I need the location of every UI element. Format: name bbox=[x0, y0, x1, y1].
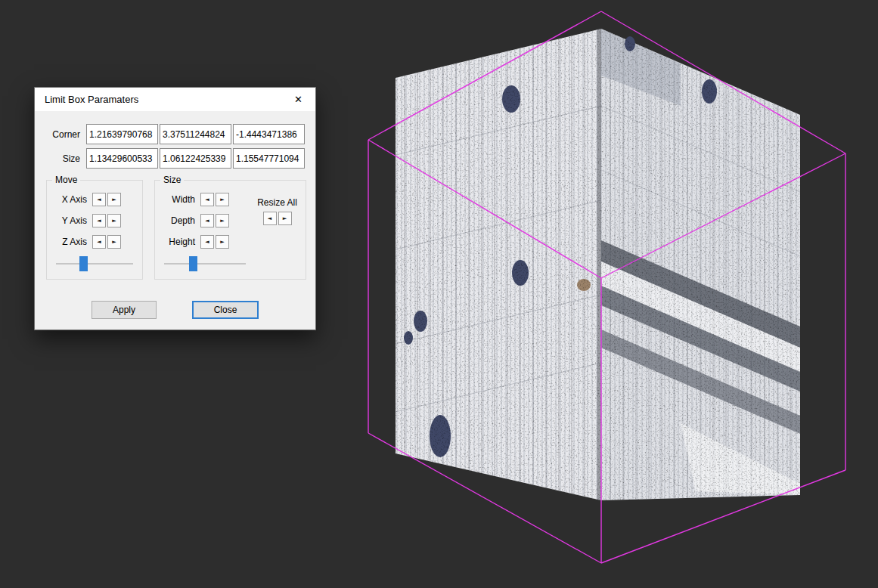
move-slider-thumb[interactable] bbox=[79, 256, 88, 271]
dialog-titlebar[interactable]: Limit Box Paramaters ✕ bbox=[35, 88, 315, 111]
width-decrement-button[interactable]: ◄ bbox=[200, 193, 214, 206]
move-y-row: Y Axis ◄ ► bbox=[47, 214, 142, 227]
height-spinner: ◄ ► bbox=[200, 235, 229, 249]
depth-spinner: ◄ ► bbox=[200, 214, 229, 227]
depth-label: Depth bbox=[155, 215, 200, 226]
move-group: Move X Axis ◄ ► Y Axis ◄ ► Z Axi bbox=[46, 180, 143, 280]
corner-x-input[interactable] bbox=[86, 124, 158, 144]
size-slider-thumb[interactable] bbox=[189, 256, 197, 271]
x-axis-label: X Axis bbox=[47, 194, 92, 205]
size-label: Size bbox=[46, 153, 86, 164]
resize-all-spinner: ◄ ► bbox=[263, 212, 292, 225]
resize-all-section: Resize All ◄ ► bbox=[249, 181, 306, 279]
depth-row: Depth ◄ ► bbox=[155, 214, 249, 227]
size-row: Size bbox=[46, 148, 315, 169]
corner-label: Corner bbox=[46, 129, 86, 140]
move-z-row: Z Axis ◄ ► bbox=[47, 235, 142, 249]
height-row: Height ◄ ► bbox=[155, 235, 249, 249]
resize-all-increment-button[interactable]: ► bbox=[278, 212, 292, 225]
z-axis-spinner: ◄ ► bbox=[92, 235, 121, 249]
apply-button[interactable]: Apply bbox=[92, 301, 157, 319]
size-group-label: Size bbox=[160, 175, 184, 185]
depth-decrement-button[interactable]: ◄ bbox=[200, 214, 214, 227]
dialog-body: Corner Size Move X Axis ◄ ► bbox=[35, 111, 315, 330]
x-axis-spinner: ◄ ► bbox=[92, 193, 121, 206]
close-icon[interactable]: ✕ bbox=[281, 88, 315, 111]
move-slider-track[interactable] bbox=[56, 263, 133, 265]
y-axis-increment-button[interactable]: ► bbox=[107, 214, 121, 227]
height-label: Height bbox=[155, 237, 200, 247]
size-slider[interactable] bbox=[164, 256, 246, 271]
size-z-input[interactable] bbox=[233, 148, 305, 169]
y-axis-decrement-button[interactable]: ◄ bbox=[92, 214, 106, 227]
height-increment-button[interactable]: ► bbox=[216, 235, 229, 249]
close-button[interactable]: Close bbox=[192, 301, 259, 319]
resize-all-label: Resize All bbox=[257, 197, 297, 208]
dialog-title: Limit Box Paramaters bbox=[45, 94, 138, 105]
width-row: Width ◄ ► bbox=[155, 193, 249, 206]
corner-row: Corner bbox=[46, 124, 315, 144]
resize-all-decrement-button[interactable]: ◄ bbox=[263, 212, 277, 225]
size-group-rows: Width ◄ ► Depth ◄ ► Heig bbox=[155, 181, 249, 279]
move-slider[interactable] bbox=[56, 256, 133, 271]
move-group-label: Move bbox=[52, 175, 80, 185]
size-x-input[interactable] bbox=[86, 148, 158, 169]
y-axis-spinner: ◄ ► bbox=[92, 214, 121, 227]
z-axis-label: Z Axis bbox=[47, 237, 92, 247]
depth-increment-button[interactable]: ► bbox=[216, 214, 229, 227]
move-x-row: X Axis ◄ ► bbox=[47, 193, 142, 206]
width-spinner: ◄ ► bbox=[200, 193, 229, 206]
height-decrement-button[interactable]: ◄ bbox=[200, 235, 214, 249]
z-axis-decrement-button[interactable]: ◄ bbox=[92, 235, 106, 249]
x-axis-increment-button[interactable]: ► bbox=[107, 193, 121, 206]
x-axis-decrement-button[interactable]: ◄ bbox=[92, 193, 106, 206]
dialog-buttons: Apply Close bbox=[35, 301, 315, 319]
size-y-input[interactable] bbox=[160, 148, 231, 169]
corner-z-input[interactable] bbox=[233, 124, 305, 144]
limit-box-dialog: Limit Box Paramaters ✕ Corner Size Move … bbox=[34, 87, 316, 330]
width-increment-button[interactable]: ► bbox=[216, 193, 229, 206]
corner-y-input[interactable] bbox=[160, 124, 231, 144]
size-group: Size Width ◄ ► Depth ◄ ► bbox=[154, 180, 306, 280]
group-boxes: Move X Axis ◄ ► Y Axis ◄ ► Z Axi bbox=[46, 180, 315, 280]
size-slider-track[interactable] bbox=[164, 263, 246, 265]
width-label: Width bbox=[155, 194, 200, 205]
y-axis-label: Y Axis bbox=[47, 215, 92, 226]
point-cloud-walls bbox=[396, 29, 800, 500]
z-axis-increment-button[interactable]: ► bbox=[107, 235, 121, 249]
